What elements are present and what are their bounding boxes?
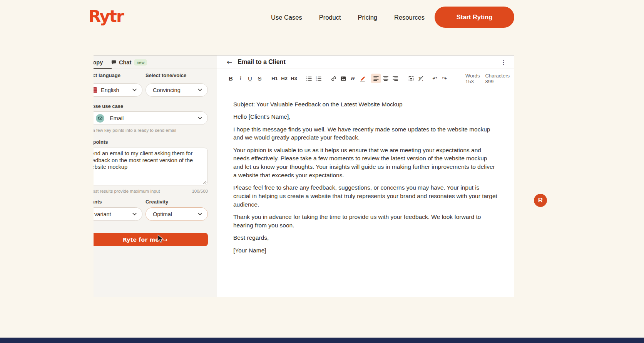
chevron-down-icon [132,213,137,215]
main-nav: Use Cases Product Pricing Resources [271,0,425,35]
email-paragraph: Your opinion is valuable to us as it hel… [233,146,498,180]
use-case-label: Choose use case [94,103,123,109]
tone-value: Convincing [153,87,181,93]
blockquote-icon[interactable]: ” [348,74,358,83]
chevron-down-icon [198,213,202,215]
ryte-for-me-label: Ryte for me [123,237,159,243]
key-points-label: Key points [94,139,108,145]
app-screenshot: Copy Chat new Select language Select ton… [94,55,514,297]
nav-product[interactable]: Product [319,14,341,21]
language-label: Select language [94,72,120,78]
characters-value: 899 [485,79,510,84]
footer-section-strip [0,338,644,343]
resize-handle-icon[interactable] [203,180,207,184]
h3-button[interactable]: H3 [289,74,299,83]
editor-header: ← Email to a Client ⋮ [217,55,514,69]
chevron-down-icon [198,89,202,91]
rytr-assistant-badge[interactable]: R [534,194,547,207]
h1-button[interactable]: H1 [270,74,279,83]
italic-button[interactable]: i [236,74,245,83]
bold-button[interactable]: B [226,74,236,83]
align-left-icon[interactable] [371,74,381,83]
characters-stat: Characters 899 [485,73,510,84]
email-icon [96,114,104,123]
tone-label: Select tone/voice [146,72,186,78]
key-points-helper: For best results provide maximum input [94,189,160,193]
numbered-list-icon[interactable]: 123 [314,74,323,83]
start-ryting-button[interactable]: Start Ryting [435,7,514,28]
select-all-icon[interactable] [406,74,416,83]
highlight-pen-icon[interactable] [358,74,367,83]
back-arrow-icon[interactable]: ← [227,58,232,66]
words-label: Words [465,73,480,79]
rytr-badge-letter: R [538,197,543,204]
creativity-value: Optimal [153,211,172,217]
language-flag-icon [94,87,97,93]
language-select[interactable]: English [94,83,142,97]
nav-pricing[interactable]: Pricing [358,14,377,21]
use-case-value: Email [110,115,124,121]
bullet-list-icon[interactable] [304,74,314,83]
undo-icon[interactable]: ↶ [430,74,440,83]
document-title: Email to a Client [238,59,285,66]
creativity-select[interactable]: Optimal [146,207,208,221]
align-right-icon[interactable] [390,74,400,83]
redo-icon[interactable]: ↷ [440,74,449,83]
variants-select[interactable]: 1 variant [94,207,142,221]
align-center-icon[interactable] [381,74,390,83]
email-paragraph: Thank you in advance for taking the time… [233,213,498,230]
words-value: 153 [465,79,480,84]
svg-text:x: x [422,79,423,81]
document-editor: ← Email to a Client ⋮ B i U S H1 H2 H3 1… [217,55,514,297]
formatting-toolbar: B i U S H1 H2 H3 123 ” [217,69,514,88]
image-icon[interactable] [338,74,348,83]
email-paragraph: Best regards, [233,234,498,242]
sidebar-form: Select language Select tone/voice Englis… [94,55,208,297]
ryte-for-me-button[interactable]: Ryte for me → [94,233,208,246]
email-content[interactable]: Subject: Your Valuable Feedback on the L… [217,88,514,297]
use-case-select[interactable]: Email [94,111,208,125]
nav-resources[interactable]: Resources [394,14,425,21]
strikethrough-button[interactable]: S [255,74,264,83]
variants-value: 1 variant [94,211,111,217]
svg-text:3: 3 [316,79,317,82]
underline-button[interactable]: U [245,74,255,83]
nav-use-cases[interactable]: Use Cases [271,14,302,21]
arrow-right-icon: → [163,237,167,243]
key-points-helper-row: For best results provide maximum input 1… [94,189,208,193]
email-paragraph: Hello [Client's Name], [233,113,498,121]
clear-formatting-icon[interactable]: Tx [416,74,425,83]
key-points-textarea[interactable]: Send an email to my client asking them f… [94,148,208,185]
use-case-description: Turn a few key points into a ready to se… [94,128,176,133]
email-paragraph: [Your Name] [233,246,498,255]
characters-label: Characters [485,73,510,79]
email-paragraph: Please feel free to share any feedback, … [233,183,498,208]
creativity-label: Creativity [146,199,168,205]
h2-button[interactable]: H2 [279,74,289,83]
chevron-down-icon [132,89,137,91]
char-counter: 100/500 [192,189,208,193]
key-points-field: Send an email to my client asking them f… [94,148,208,185]
words-stat: Words 153 [465,73,480,84]
link-icon[interactable] [329,74,338,83]
kebab-menu-icon[interactable]: ⋮ [500,59,507,66]
generator-sidebar: Copy Chat new Select language Select ton… [94,55,217,297]
variants-label: Variants [94,199,102,205]
document-stats: Words 153 Characters 899 [465,73,510,84]
chevron-down-icon [198,117,202,119]
language-value: English [101,87,119,93]
email-paragraph: Subject: Your Valuable Feedback on the L… [233,100,498,109]
tone-select[interactable]: Convincing [146,83,208,97]
rytr-logo[interactable]: Rytr [89,7,124,26]
email-paragraph: I hope this message finds you well. We h… [233,125,498,142]
